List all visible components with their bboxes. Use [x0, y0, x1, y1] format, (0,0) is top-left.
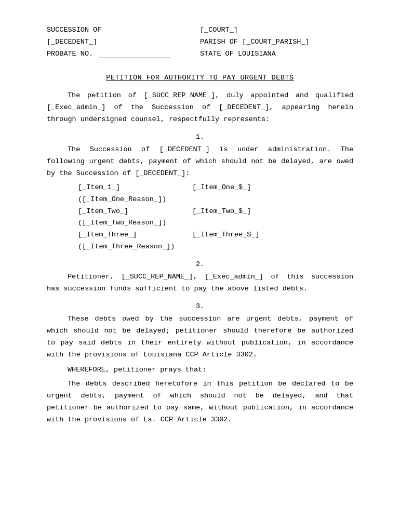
document-title: PETITION FOR AUTHORITY TO PAY URGENT DEB… [106, 74, 294, 82]
section2-body: Petitioner, [_SUCC_REP_NAME_], [_Exec_ad… [47, 273, 353, 292]
item1-reason: ([_Item_One_Reason_]) [78, 194, 353, 206]
section1-num-label: 1. [196, 133, 204, 141]
section2-num-label: 2. [196, 260, 204, 268]
header-succession: SUCCESSION OF [47, 26, 200, 34]
item1-label: [_Item_1_] [78, 182, 192, 194]
item3-amount: [_Item_Three_$_] [192, 229, 353, 241]
closing-text: The debts described heretofore in this p… [47, 380, 353, 423]
header-court: [_COURT_] [200, 26, 353, 34]
item-row-2: [_Item_Two_] [_Item_Two_$_] [78, 206, 353, 218]
wherefore-paragraph: WHEREFORE, petitioner prays that: [47, 364, 353, 376]
probate-field [99, 50, 171, 58]
item-row-1: [_Item_1_] [_Item_One_$_] [78, 182, 353, 194]
item1-reason-text: ([_Item_One_Reason_]) [78, 195, 166, 203]
item2-label: [_Item_Two_] [78, 206, 192, 218]
header-state: STATE OF LOUISIANA [200, 50, 353, 58]
intro-text: The petition of [_SUCC_REP_NAME_], duly … [47, 91, 353, 123]
item3-label: [_Item_Three_] [78, 229, 192, 241]
header-probate: PROBATE NO. [47, 50, 200, 58]
succession-label: SUCCESSION OF [47, 26, 101, 34]
parish-label: PARISH OF [200, 38, 238, 46]
item-row-3: [_Item_Three_] [_Item_Three_$_] [78, 229, 353, 241]
header-section: SUCCESSION OF [_COURT_] [_DECEDENT_] PAR… [47, 26, 353, 58]
section3-number: 3. [47, 302, 353, 310]
decedent-label: [_DECEDENT_] [47, 38, 97, 46]
item1-amount: [_Item_One_$_] [192, 182, 353, 194]
section2-number: 2. [47, 260, 353, 268]
section2-text: Petitioner, [_SUCC_REP_NAME_], [_Exec_ad… [47, 271, 353, 295]
closing-paragraph: The debts described heretofore in this p… [47, 378, 353, 426]
state-label: STATE OF LOUISIANA [200, 50, 276, 58]
section1-number: 1. [47, 133, 353, 141]
section3-text: These debts owed by the succession are u… [47, 313, 353, 361]
item2-reason-text: ([_Item_Two_Reason_]) [78, 219, 166, 227]
item3-reason-text: ([_Item_Three_Reason_]) [78, 243, 175, 250]
intro-paragraph: The petition of [_SUCC_REP_NAME_], duly … [47, 90, 353, 126]
document-title-section: PETITION FOR AUTHORITY TO PAY URGENT DEB… [47, 74, 353, 82]
document-page: SUCCESSION OF [_COURT_] [_DECEDENT_] PAR… [0, 0, 400, 532]
item2-amount: [_Item_Two_$_] [192, 206, 353, 218]
section3-num-label: 3. [196, 302, 204, 310]
section3-body: These debts owed by the succession are u… [47, 315, 353, 358]
court-parish-placeholder: [_COURT_PARISH_] [242, 38, 310, 46]
court-placeholder: [_COURT_] [200, 26, 238, 34]
section1-body: The Succession of [_DECEDENT_] is under … [47, 145, 353, 177]
item3-reason: ([_Item_Three_Reason_]) [78, 241, 353, 253]
header-parish: PARISH OF [_COURT_PARISH_] [200, 38, 353, 46]
header-decedent: [_DECEDENT_] [47, 38, 200, 46]
item2-reason: ([_Item_Two_Reason_]) [78, 217, 353, 229]
probate-label: PROBATE NO. [47, 50, 93, 58]
section1-text: The Succession of [_DECEDENT_] is under … [47, 144, 353, 180]
wherefore-label: WHEREFORE, petitioner prays that: [68, 366, 206, 374]
